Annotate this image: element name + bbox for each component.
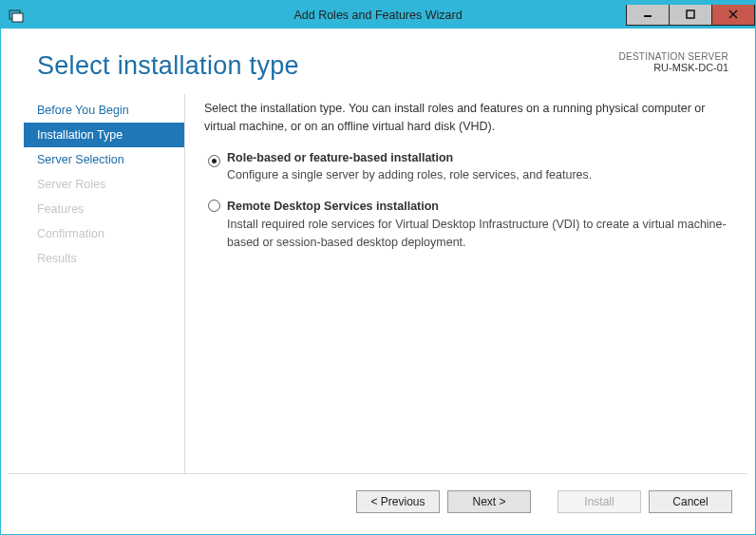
step-before-you-begin[interactable]: Before You Begin — [24, 98, 184, 123]
step-server-roles: Server Roles — [24, 172, 184, 197]
step-installation-type[interactable]: Installation Type — [24, 123, 184, 147]
step-server-selection[interactable]: Server Selection — [24, 147, 184, 172]
svg-rect-3 — [687, 10, 694, 18]
radio-icon[interactable] — [208, 155, 220, 167]
window-title: Add Roles and Features Wizard — [293, 9, 462, 22]
app-icon — [9, 8, 24, 23]
minimize-button[interactable] — [626, 5, 670, 26]
option-title: Remote Desktop Services installation — [227, 198, 730, 216]
header-area: Select installation type DESTINATION SER… — [9, 30, 747, 94]
titlebar: Add Roles and Features Wizard — [1, 1, 755, 29]
option-role-based[interactable]: Role-based or feature-based installation… — [204, 149, 730, 185]
destination-server-name: RU-MSK-DC-01 — [618, 62, 728, 73]
step-features: Features — [24, 197, 184, 221]
previous-button[interactable]: < Previous — [356, 490, 440, 513]
option-title: Role-based or feature-based installation — [227, 149, 730, 167]
content-row: Before You Begin Installation Type Serve… — [9, 94, 747, 473]
maximize-button[interactable] — [669, 5, 712, 26]
footer-buttons: < Previous Next > Install Cancel — [9, 473, 747, 528]
option-description: Configure a single server by adding role… — [227, 166, 730, 184]
option-description: Install required role services for Virtu… — [227, 216, 730, 252]
radio-icon[interactable] — [208, 200, 220, 212]
next-button[interactable]: Next > — [447, 490, 531, 513]
main-panel: Select the installation type. You can in… — [185, 94, 747, 473]
window-controls — [627, 5, 755, 26]
page-title: Select installation type — [37, 51, 299, 81]
intro-text: Select the installation type. You can in… — [204, 100, 730, 136]
cancel-button[interactable]: Cancel — [649, 490, 732, 513]
svg-rect-1 — [12, 13, 23, 22]
step-confirmation: Confirmation — [24, 221, 184, 246]
destination-label: DESTINATION SERVER — [618, 51, 728, 62]
close-button[interactable] — [711, 5, 755, 26]
wizard-window: Add Roles and Features Wizard Select ins… — [0, 0, 756, 535]
option-remote-desktop[interactable]: Remote Desktop Services installation Ins… — [204, 198, 730, 251]
destination-info: DESTINATION SERVER RU-MSK-DC-01 — [618, 51, 738, 81]
step-results: Results — [24, 246, 184, 271]
install-button: Install — [558, 490, 641, 513]
wizard-body: Select installation type DESTINATION SER… — [1, 29, 755, 534]
wizard-steps-sidebar: Before You Begin Installation Type Serve… — [24, 94, 185, 473]
